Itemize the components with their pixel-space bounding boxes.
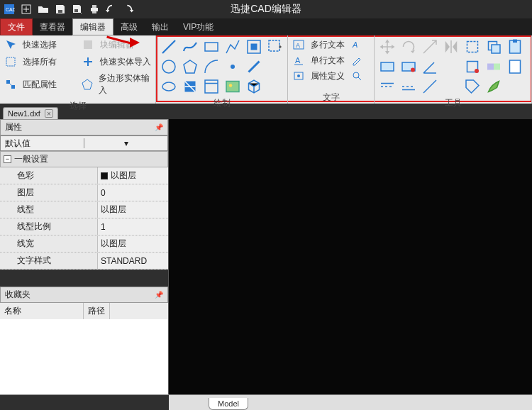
boundary-icon[interactable]	[245, 38, 262, 55]
rect-icon[interactable]	[203, 38, 220, 55]
window-icon[interactable]	[203, 78, 220, 95]
svg-line-43	[358, 77, 361, 80]
select-all-button[interactable]: 选择所有	[4, 55, 74, 68]
new-icon[interactable]	[18, 1, 34, 17]
tool1-icon[interactable]	[464, 58, 481, 75]
polygon-tool-icon[interactable]	[182, 58, 199, 75]
menu-output[interactable]: 输出	[145, 18, 176, 35]
polyline-icon[interactable]	[182, 38, 199, 55]
favorites-columns: 名称 路径	[0, 303, 168, 319]
title-bar: CAD 迅捷CAD编辑器	[0, 0, 532, 18]
scale-icon[interactable]	[421, 38, 438, 55]
default-combo[interactable]: 默认值 ▾	[0, 135, 168, 151]
path-icon[interactable]	[224, 38, 241, 55]
mtext-button[interactable]: A 多行文本 A	[292, 38, 370, 51]
higrid-icon[interactable]	[379, 78, 396, 95]
textstyle-icon[interactable]: A	[350, 38, 363, 51]
hatch-dd-icon[interactable]	[267, 38, 284, 55]
ribbon: 快速选择 块编辑器 选择所有 快速实体导入 匹配属性	[0, 35, 532, 104]
hatch-a-icon[interactable]	[379, 58, 396, 75]
svg-rect-33	[226, 82, 239, 92]
quick-select-button[interactable]: 快速选择	[4, 38, 74, 51]
drawing-viewport[interactable]	[169, 119, 532, 394]
brush-icon[interactable]	[485, 78, 502, 95]
chevron-down-icon[interactable]: ▾	[84, 138, 167, 148]
property-row[interactable]: 图层0	[0, 184, 168, 201]
open-icon[interactable]	[35, 1, 51, 17]
match-icon	[4, 78, 17, 91]
match-props-button[interactable]: 匹配属性	[4, 72, 74, 96]
properties-panel-header[interactable]: 属性 📌	[0, 119, 168, 135]
line-icon[interactable]	[160, 38, 177, 55]
svg-rect-57	[494, 64, 500, 70]
stext-button[interactable]: A 单行文本	[292, 54, 370, 67]
menu-viewer[interactable]: 查看器	[33, 18, 72, 35]
save-icon[interactable]	[52, 1, 68, 17]
svg-rect-9	[92, 11, 96, 13]
undo-icon[interactable]	[104, 1, 119, 17]
search-icon[interactable]	[350, 70, 363, 82]
group-title-text: 文字	[292, 91, 370, 104]
collapse-icon[interactable]: −	[4, 155, 11, 163]
point-icon[interactable]	[224, 58, 241, 75]
pin-icon[interactable]: 📌	[155, 123, 163, 131]
hatch-b-icon[interactable]	[400, 58, 417, 75]
tool2-icon[interactable]	[485, 58, 502, 75]
model-tab[interactable]: Model	[209, 398, 248, 410]
textedit-icon[interactable]	[350, 54, 363, 67]
quick-import-button[interactable]: 快速实体导入	[82, 55, 152, 68]
property-row[interactable]: 线宽以图层	[0, 236, 168, 253]
ribbon-group-draw: 绘制	[156, 35, 288, 104]
property-row[interactable]: 线型比例1	[0, 218, 168, 236]
mirror-icon[interactable]	[443, 38, 460, 55]
rotate-icon[interactable]	[400, 38, 417, 55]
menu-file[interactable]: 文件	[0, 18, 33, 35]
menu-bar: 文件 查看器 编辑器 高级 输出 VIP功能	[0, 18, 532, 35]
svg-marker-24	[184, 60, 196, 73]
arc-icon[interactable]	[203, 58, 220, 75]
cube-icon[interactable]	[245, 78, 262, 95]
svg-line-26	[249, 62, 260, 72]
menu-editor[interactable]: 编辑器	[72, 18, 113, 35]
slash-icon[interactable]	[245, 58, 262, 75]
svg-rect-6	[74, 9, 78, 12]
attrdef-button[interactable]: 属性定义	[292, 70, 370, 82]
move-icon[interactable]	[379, 38, 396, 55]
divider-icon[interactable]	[421, 78, 438, 95]
favorites-panel-header[interactable]: 收藏夹 📌	[0, 287, 168, 303]
saveas-icon[interactable]	[70, 1, 85, 17]
page-icon[interactable]	[506, 58, 523, 75]
svg-rect-7	[91, 8, 98, 11]
circle-icon[interactable]	[160, 58, 177, 75]
poly-input-button[interactable]: 多边形实体输入	[82, 72, 152, 96]
tag-icon[interactable]	[464, 78, 481, 95]
redo-icon[interactable]	[121, 1, 136, 17]
donut-icon[interactable]	[182, 78, 199, 95]
svg-rect-46	[467, 42, 478, 52]
select-rect-icon[interactable]	[464, 38, 481, 55]
property-row[interactable]: 线型以图层	[0, 201, 168, 218]
loline-icon[interactable]	[400, 78, 417, 95]
col-path[interactable]: 路径	[84, 303, 110, 319]
svg-rect-14	[6, 80, 10, 84]
ellipse-icon[interactable]	[160, 78, 177, 95]
col-name[interactable]: 名称	[0, 303, 84, 319]
copy-icon[interactable]	[485, 38, 502, 55]
menu-advanced[interactable]: 高级	[113, 18, 145, 35]
cad-logo-icon[interactable]: CAD	[1, 1, 17, 17]
pin-icon[interactable]: 📌	[155, 291, 163, 299]
svg-point-53	[411, 68, 415, 72]
menu-vip[interactable]: VIP功能	[176, 18, 221, 35]
angle-icon[interactable]	[421, 58, 438, 75]
quick-access-toolbar: CAD	[0, 1, 136, 17]
paste-icon[interactable]	[506, 38, 523, 55]
highlighted-ribbon-region: 绘制 A 多行文本 A A 单行文本 属性定义	[156, 35, 532, 104]
property-row[interactable]: 色彩以图层	[0, 167, 168, 184]
svg-text:A: A	[352, 40, 358, 49]
tree-section-header[interactable]: − 一般设置	[0, 151, 168, 167]
print-icon[interactable]	[87, 1, 102, 17]
property-row[interactable]: 文字样式STANDARD	[0, 253, 168, 270]
image-icon[interactable]	[224, 78, 241, 95]
quick-select-icon	[4, 38, 17, 51]
ribbon-group-text: A 多行文本 A A 单行文本 属性定义 文字	[288, 35, 375, 104]
